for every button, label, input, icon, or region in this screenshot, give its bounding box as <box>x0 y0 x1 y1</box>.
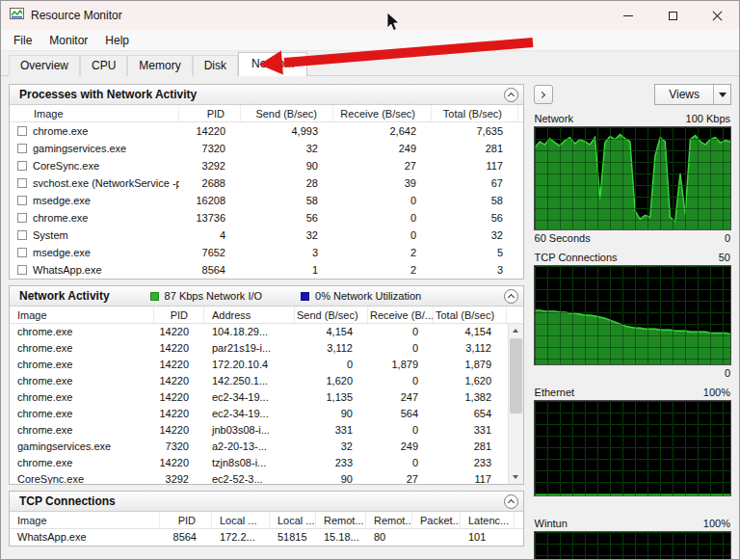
column-header[interactable]: Remot... <box>316 512 366 528</box>
column-header[interactable]: Image <box>10 307 154 323</box>
row-checkbox[interactable] <box>17 161 27 171</box>
column-header[interactable]: Send (B/sec) <box>295 307 368 323</box>
table-row[interactable]: chrome.exe14220jnb03s08-i...3310331 <box>10 422 523 439</box>
column-header[interactable]: Packet... <box>412 512 461 528</box>
collapse-panel-button[interactable] <box>504 494 518 509</box>
network-activity-panel-header[interactable]: Network Activity 87 Kbps Network I/O 0% … <box>10 286 523 307</box>
collapse-sidebar-button[interactable] <box>534 85 553 104</box>
table-cell: 80 <box>366 529 412 546</box>
column-header[interactable]: Total (B/sec) <box>432 105 518 121</box>
row-checkbox[interactable] <box>17 196 27 205</box>
row-checkbox[interactable] <box>17 144 27 153</box>
views-button[interactable]: Views <box>654 84 731 105</box>
panel-title: Processes with Network Activity <box>19 88 197 101</box>
column-header[interactable]: Local ... <box>270 512 316 528</box>
column-header[interactable]: PID <box>154 307 204 323</box>
table-row[interactable]: chrome.exe14220142.250.1...1,62001,620 <box>10 373 523 389</box>
scroll-up-button[interactable] <box>509 324 523 337</box>
tab-cpu[interactable]: CPU <box>80 55 127 76</box>
chevron-up-icon <box>508 92 515 98</box>
table-row[interactable]: chrome.exe14220tzjn8s08-i...2330233 <box>10 455 523 471</box>
titlebar[interactable]: Resource Monitor <box>1 1 739 30</box>
table-cell: 14220 <box>154 455 204 471</box>
app-icon <box>10 7 24 25</box>
menu-monitor[interactable]: Monitor <box>40 31 96 50</box>
table-row[interactable]: svchost.exe (NetworkService -p)268828396… <box>10 174 523 192</box>
table-cell: 233 <box>295 455 368 471</box>
processes-panel-header[interactable]: Processes with Network Activity <box>10 85 523 105</box>
column-header[interactable]: Send (B/sec) <box>241 105 333 121</box>
arrow-up-icon <box>513 329 518 333</box>
wintun-graph-block: Wintun 100% <box>534 516 731 560</box>
row-checkbox[interactable] <box>17 265 27 275</box>
table-cell: 3292 <box>154 471 204 484</box>
table-row[interactable]: CoreSync.exe32929027117 <box>10 157 523 174</box>
table-row[interactable]: WhatsApp.exe8564123 <box>10 261 523 279</box>
column-header[interactable]: Receive (B/... <box>368 307 434 323</box>
table-cell: 104.18.29... <box>204 324 295 340</box>
column-header[interactable]: Image <box>10 512 160 528</box>
menu-help[interactable]: Help <box>96 31 138 50</box>
scroll-down-button[interactable] <box>509 470 523 484</box>
close-button[interactable] <box>695 1 739 30</box>
column-header[interactable]: Receive (B/sec) <box>333 105 432 121</box>
column-header[interactable]: Total (B/sec) <box>434 307 507 323</box>
table-cell: gamingservices.exe <box>10 140 179 157</box>
tab-overview[interactable]: Overview <box>9 55 80 76</box>
table-cell: 172.20.10.4 <box>204 357 295 373</box>
table-cell <box>412 529 461 546</box>
table-row[interactable]: msedge.exe1620858058 <box>10 192 523 209</box>
table-cell: 281 <box>432 140 518 157</box>
column-header[interactable]: PID <box>179 105 241 121</box>
table-row[interactable]: chrome.exe14220par21s19-i...3,11203,112 <box>10 340 523 357</box>
table-cell: 14220 <box>154 389 204 406</box>
table-cell: 0 <box>368 324 434 340</box>
table-row[interactable]: chrome.exe142204,9932,6427,635 <box>10 122 523 140</box>
table-cell: 27 <box>368 471 434 484</box>
table-row[interactable]: gamingservices.exe732032249281 <box>10 140 523 157</box>
column-header[interactable]: PID <box>160 512 212 528</box>
row-checkbox[interactable] <box>17 230 27 240</box>
table-row[interactable]: chrome.exe1373656056 <box>10 209 523 227</box>
table-cell: 101 <box>461 529 515 546</box>
tab-memory[interactable]: Memory <box>127 55 192 76</box>
menu-file[interactable]: File <box>5 31 40 50</box>
table-row[interactable]: chrome.exe14220104.18.29...4,15404,154 <box>10 324 523 340</box>
table-row[interactable]: chrome.exe14220ec2-34-19...90564654 <box>10 406 523 422</box>
column-header[interactable]: Address <box>204 307 295 323</box>
tcp-panel-header[interactable]: TCP Connections <box>10 492 523 512</box>
tab-disk[interactable]: Disk <box>193 55 238 76</box>
column-header[interactable]: Local ... <box>212 512 270 528</box>
minimize-icon <box>623 15 633 16</box>
row-checkbox[interactable] <box>17 178 27 188</box>
column-header[interactable]: Remot... <box>366 512 412 528</box>
table-row[interactable]: CoreSync.exe3292ec2-52-3...9027117 <box>10 471 523 484</box>
minimize-button[interactable] <box>606 1 650 30</box>
views-label: Views <box>655 85 713 104</box>
scrollbar-thumb[interactable] <box>510 338 522 413</box>
tab-network[interactable]: Network <box>238 52 307 76</box>
table-row[interactable]: System432032 <box>10 227 523 244</box>
vertical-scrollbar[interactable] <box>508 324 523 484</box>
row-checkbox[interactable] <box>17 213 27 223</box>
column-header[interactable]: Image <box>10 105 179 121</box>
table-cell: 58 <box>432 192 518 209</box>
table-cell: tzjn8s08-i... <box>204 455 295 471</box>
table-row[interactable]: gamingservices.exe7320a2-20-13-...322492… <box>10 439 523 455</box>
ethernet-graph-block: Ethernet 100% <box>534 385 731 512</box>
table-row[interactable]: WhatsApp.exe8564172.2...5181515.18...801… <box>10 529 523 546</box>
maximize-button[interactable] <box>650 1 695 30</box>
table-row[interactable]: chrome.exe14220172.20.10.401,8791,879 <box>10 357 523 373</box>
column-header[interactable]: Latenc... <box>461 512 515 528</box>
table-cell: 14220 <box>154 422 204 439</box>
table-row[interactable]: chrome.exe14220ec2-34-19...1,1352471,382 <box>10 389 523 406</box>
collapse-panel-button[interactable] <box>504 88 518 102</box>
network-graph-block: Network 100 Kbps 60 Seconds 0 <box>534 111 731 246</box>
table-cell: 1,879 <box>434 357 507 373</box>
row-checkbox[interactable] <box>17 248 27 257</box>
table-cell: 331 <box>434 422 507 439</box>
row-checkbox[interactable] <box>17 126 27 136</box>
table-row[interactable]: msedge.exe7652325 <box>10 244 523 261</box>
collapse-panel-button[interactable] <box>504 289 518 304</box>
views-dropdown[interactable] <box>713 85 730 104</box>
